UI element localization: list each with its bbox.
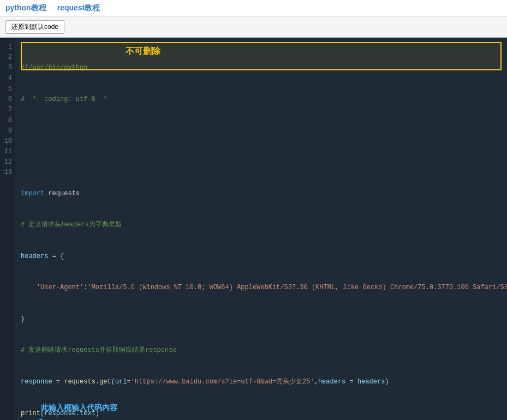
restore-default-button[interactable]: 还原到默认code — [5, 20, 64, 34]
annotation-no-delete: 不可删除 — [126, 46, 160, 57]
editor-area: 1 2 3 4 5 6 7 8 9 10 11 12 13 #!/usr/bin… — [0, 38, 507, 420]
nav-python[interactable]: python教程 — [5, 3, 46, 13]
line-numbers: 1 2 3 4 5 6 7 8 9 10 11 12 13 — [0, 38, 15, 420]
top-nav: python教程 request教程 — [0, 0, 507, 17]
code-content[interactable]: #!/usr/bin/python # -*- coding: utf-8 -*… — [15, 38, 507, 420]
toolbar-top: 还原到默认code — [0, 17, 507, 38]
code-editor[interactable]: 1 2 3 4 5 6 7 8 9 10 11 12 13 #!/usr/bin… — [0, 38, 507, 420]
annotation-input: 此输入框输入代码内容 — [41, 403, 117, 413]
nav-request[interactable]: request教程 — [57, 3, 100, 13]
